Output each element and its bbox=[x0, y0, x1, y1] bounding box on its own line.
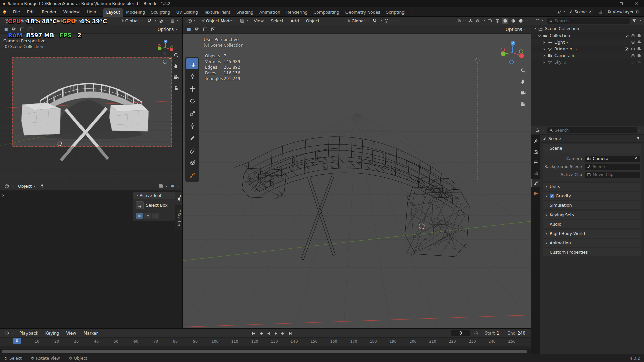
panel-keying-sets[interactable]: Keying Sets bbox=[543, 211, 641, 219]
blender-menu-button[interactable] bbox=[3, 9, 9, 15]
lock-view-button[interactable] bbox=[173, 85, 179, 92]
viewport-menu-select[interactable]: Select bbox=[268, 17, 287, 24]
workspace-tab-layout[interactable]: Layout bbox=[103, 8, 123, 17]
snap-dropdown-button[interactable] bbox=[157, 183, 164, 190]
gravity-checkbox[interactable]: ✓ bbox=[550, 194, 554, 198]
toggle-eye-button[interactable] bbox=[630, 33, 636, 38]
properties-tab-output[interactable] bbox=[531, 158, 540, 166]
workspace-tab-shading[interactable]: Shading bbox=[233, 8, 256, 17]
tool-scale[interactable] bbox=[186, 108, 198, 119]
outliner-search-input[interactable] bbox=[555, 19, 628, 23]
tool-measure[interactable] bbox=[186, 145, 198, 156]
workspace-tab-compositing[interactable]: Compositing bbox=[311, 8, 342, 17]
mode-extend-button[interactable] bbox=[144, 213, 151, 219]
select-mode-subtract-button[interactable] bbox=[202, 26, 208, 33]
viewport-menu-view[interactable]: View bbox=[251, 17, 267, 24]
select-mode-subtract-button[interactable] bbox=[19, 26, 25, 33]
ortho-toggle-button[interactable] bbox=[520, 100, 526, 107]
camera-viewport-canvas[interactable]: ZCamera Perspective(0) Scene Collection bbox=[0, 34, 182, 182]
tool-select-box[interactable] bbox=[186, 58, 198, 69]
add-workspace-button[interactable]: + bbox=[408, 9, 416, 17]
select-mode-extend-button[interactable] bbox=[194, 26, 200, 33]
toggle-eye-button[interactable] bbox=[630, 46, 636, 52]
menu-render[interactable]: Render bbox=[39, 8, 60, 15]
pin-id-button[interactable] bbox=[635, 135, 641, 142]
pivot-dropdown-button[interactable] bbox=[169, 18, 176, 24]
panel-units[interactable]: Units bbox=[543, 183, 641, 191]
select-mode-invert-button[interactable] bbox=[27, 26, 34, 33]
main-viewport-canvas[interactable]: ZUser Perspective(0) Scene CollectionObj… bbox=[183, 34, 531, 328]
sidebar-editor[interactable]: ObjectActive ToolSelect BoxToolGScatter bbox=[0, 182, 182, 328]
camera-viewport[interactable]: ViewSelectAddObjectGlobalOptionsZCamera … bbox=[0, 17, 182, 182]
select-mode-invert-button[interactable] bbox=[210, 26, 216, 33]
end-frame-field[interactable]: End240 bbox=[505, 330, 528, 336]
timeline-menu-keying[interactable]: Keying bbox=[42, 329, 62, 337]
timeline-menu-view[interactable]: View bbox=[63, 329, 79, 337]
outliner-row-collection[interactable]: Collection bbox=[531, 32, 644, 39]
toggle-eyeoff-button[interactable] bbox=[630, 60, 636, 65]
properties-tab-viewlayer[interactable] bbox=[531, 169, 540, 177]
tool-gscatter[interactable] bbox=[186, 170, 198, 181]
properties-tab-world[interactable] bbox=[531, 189, 540, 197]
close-button[interactable] bbox=[629, 0, 644, 7]
outliner-row-camera[interactable]: Camera bbox=[531, 52, 644, 59]
viewport-menu-object[interactable]: Object bbox=[303, 17, 323, 24]
outliner-row-bridge[interactable]: Bridge5 bbox=[531, 46, 644, 52]
jump-start-button[interactable] bbox=[250, 330, 257, 337]
pin-toggle-button[interactable] bbox=[39, 183, 45, 190]
field-value[interactable]: Scene bbox=[585, 164, 640, 170]
menu-file[interactable]: File bbox=[10, 8, 23, 15]
timeline-menu-playback[interactable]: Playback bbox=[16, 329, 41, 337]
select-mode-new-button[interactable] bbox=[185, 26, 192, 33]
frame-ruler[interactable]: 0102030405060708090100110120130140150160… bbox=[0, 338, 531, 346]
workspace-tab-modeling[interactable]: Modeling bbox=[123, 8, 148, 17]
proportional-toggle-button[interactable] bbox=[157, 18, 164, 24]
tool-cursor[interactable] bbox=[186, 70, 198, 82]
editor-type-button[interactable] bbox=[3, 18, 15, 24]
panel-audio[interactable]: Audio bbox=[543, 220, 641, 228]
xray-toggle-button[interactable] bbox=[486, 18, 493, 24]
properties-editor[interactable]: SceneSceneCameraCameraBackground SceneSc… bbox=[531, 126, 644, 354]
viewport-menu-add[interactable]: Add bbox=[53, 17, 67, 24]
workspace-tab-uv-editing[interactable]: UV Editing bbox=[173, 8, 201, 17]
minimize-button[interactable] bbox=[598, 0, 613, 7]
toggle-check-button[interactable] bbox=[624, 33, 629, 38]
panel-rigid-body-world[interactable]: Rigid Body World bbox=[543, 230, 641, 238]
clear-button[interactable] bbox=[634, 156, 638, 161]
workspace-tab-animation[interactable]: Animation bbox=[256, 8, 283, 17]
field-value[interactable]: Movie Clip bbox=[585, 172, 640, 178]
pan-button[interactable] bbox=[520, 78, 526, 85]
tool-rotate[interactable] bbox=[186, 95, 198, 107]
toggle-camera-button[interactable] bbox=[637, 40, 642, 45]
editor-type-button[interactable] bbox=[185, 18, 198, 24]
timeline[interactable]: PlaybackKeyingViewMarker0Start1End240010… bbox=[0, 329, 531, 354]
tool-add-cube[interactable] bbox=[186, 157, 198, 169]
timeline-track[interactable] bbox=[0, 346, 531, 349]
tool-move[interactable] bbox=[186, 83, 198, 94]
show-overlays-button[interactable] bbox=[475, 18, 481, 24]
editor-type-button[interactable] bbox=[3, 330, 15, 336]
mode-dropdown[interactable]: Object Mode bbox=[199, 18, 238, 24]
properties-search[interactable] bbox=[547, 127, 637, 133]
shading-rendered-button[interactable] bbox=[517, 18, 524, 24]
viewport-menu-add[interactable]: Add bbox=[288, 17, 302, 24]
mode-subtract-button[interactable] bbox=[152, 213, 159, 219]
properties-search-input[interactable] bbox=[555, 128, 635, 133]
prev-key-button[interactable] bbox=[258, 330, 264, 337]
mode-new-button[interactable] bbox=[136, 213, 143, 219]
shading-dropdown-button[interactable] bbox=[169, 183, 176, 190]
field-value[interactable]: Camera bbox=[585, 156, 640, 162]
outliner[interactable]: Scene CollectionCollectionLightBridge5Ca… bbox=[531, 17, 644, 126]
panel-simulation[interactable]: Simulation bbox=[543, 201, 641, 209]
next-key-button[interactable] bbox=[280, 330, 286, 337]
viewport-menu-select[interactable]: Select bbox=[34, 17, 53, 24]
scene-selector[interactable]: Scene bbox=[567, 9, 594, 15]
object-visibility-button[interactable] bbox=[455, 18, 462, 24]
camera-view-toggle-button[interactable] bbox=[173, 74, 179, 80]
camera-view-toggle-button[interactable] bbox=[520, 89, 526, 96]
scene-browse-button[interactable] bbox=[558, 9, 565, 15]
play-back-button[interactable] bbox=[265, 330, 272, 337]
menu-help[interactable]: Help bbox=[84, 8, 99, 15]
panel-animation[interactable]: Animation bbox=[543, 239, 641, 247]
toggle-camera-button[interactable] bbox=[637, 46, 642, 52]
